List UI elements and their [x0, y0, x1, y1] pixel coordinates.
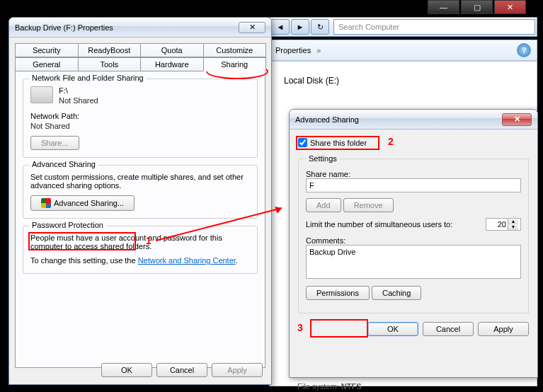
tab-general[interactable]: General	[15, 57, 79, 71]
network-sharing-center-link[interactable]: Network and Sharing Center	[138, 256, 236, 265]
shared-status: Not Shared	[30, 96, 250, 105]
advanced-sharing-button[interactable]: Advanced Sharing...	[30, 195, 135, 211]
nav-forward-button[interactable]: ►	[291, 19, 309, 35]
password-protection-group: Password Protection People must have a u…	[23, 226, 258, 274]
properties-dialog: Backup Drive (F:) Properties ✕ Security …	[8, 17, 272, 385]
refresh-icon[interactable]: ↻	[311, 19, 329, 35]
share-name-input[interactable]	[306, 178, 521, 192]
advanced-cancel-button[interactable]: Cancel	[423, 322, 474, 336]
chevron-icon: »	[316, 46, 321, 54]
drive-icon	[30, 86, 53, 103]
advanced-ok-button[interactable]: OK	[367, 322, 418, 336]
settings-fieldset: Settings Share name: Add Remove Limit th…	[298, 154, 529, 313]
tab-quota[interactable]: Quota	[140, 43, 204, 57]
tab-readyboost[interactable]: ReadyBoost	[78, 43, 142, 57]
help-icon[interactable]: ?	[517, 43, 531, 57]
limit-users-spinbox[interactable]: ▲ ▼	[486, 218, 521, 231]
permissions-button[interactable]: Permissions	[306, 286, 370, 300]
nav-back-button[interactable]: ◄	[271, 19, 290, 35]
advanced-sharing-desc: Set custom permissions, create multiple …	[30, 173, 250, 190]
spin-up-icon[interactable]: ▲	[508, 219, 518, 224]
share-this-folder-label: Share this folder	[310, 139, 367, 147]
network-sharing-group: Network File and Folder Sharing F:\ Not …	[23, 79, 258, 158]
app-close-button[interactable]: ✕	[494, 0, 526, 14]
comments-textarea[interactable]: Backup Drive	[306, 245, 521, 279]
tab-sharing[interactable]: Sharing	[203, 57, 267, 71]
properties-title: Backup Drive (F:) Properties	[15, 23, 113, 32]
password-protection-legend: Password Protection	[29, 221, 106, 229]
caching-button[interactable]: Caching	[372, 286, 421, 300]
advanced-apply-button[interactable]: Apply	[478, 322, 529, 336]
password-protection-desc: People must have a user account and pass…	[30, 234, 250, 250]
shield-icon	[41, 198, 51, 208]
advanced-sharing-close-button[interactable]: ✕	[502, 113, 532, 126]
network-sharing-legend: Network File and Folder Sharing	[29, 74, 147, 82]
network-path-label: Network Path:	[30, 112, 250, 120]
properties-ok-button[interactable]: OK	[101, 363, 152, 377]
tab-hardware[interactable]: Hardware	[140, 57, 204, 71]
properties-cancel-button[interactable]: Cancel	[156, 363, 207, 377]
drive-path: F:\	[30, 86, 250, 95]
properties-titlebar: Backup Drive (F:) Properties ✕	[9, 18, 271, 38]
search-input[interactable]: Search Computer	[333, 19, 535, 35]
advanced-sharing-titlebar: Advanced Sharing ✕	[290, 110, 537, 129]
advanced-sharing-dialog: Advanced Sharing ✕ Share this folder Set…	[289, 109, 538, 378]
share-name-label: Share name:	[306, 170, 521, 178]
advanced-sharing-title: Advanced Sharing	[295, 115, 359, 124]
file-system-info: File system: NTFS	[297, 382, 361, 391]
share-this-folder-checkbox[interactable]	[298, 138, 307, 147]
app-minimize-button[interactable]: —	[428, 0, 459, 14]
tab-tools[interactable]: Tools	[78, 57, 142, 71]
settings-legend: Settings	[306, 154, 340, 163]
network-path-value: Not Shared	[30, 122, 250, 130]
password-protection-change: To change this setting, use the Network …	[30, 256, 250, 265]
properties-label[interactable]: Properties	[275, 46, 311, 54]
advanced-sharing-legend: Advanced Sharing	[29, 160, 98, 168]
limit-users-input[interactable]	[486, 219, 508, 230]
comments-label: Comments:	[306, 236, 521, 245]
explorer-command-bar: Properties » ?	[269, 40, 537, 61]
sharing-panel: Network File and Folder Sharing F:\ Not …	[15, 71, 265, 368]
explorer-nav-bar: ◄ ► ↻ Search Computer	[269, 17, 537, 37]
properties-apply-button[interactable]: Apply	[212, 363, 263, 377]
remove-share-button[interactable]: Remove	[343, 198, 394, 212]
properties-close-button[interactable]: ✕	[239, 22, 265, 33]
tab-security[interactable]: Security	[15, 43, 79, 57]
limit-users-label: Limit the number of simultaneous users t…	[306, 220, 480, 229]
share-button[interactable]: Share...	[30, 136, 79, 150]
add-share-button[interactable]: Add	[306, 198, 341, 212]
spin-down-icon[interactable]: ▼	[508, 224, 518, 230]
app-maximize-button[interactable]: ▢	[461, 0, 493, 14]
tab-customize[interactable]: Customize	[203, 43, 267, 57]
advanced-sharing-group: Advanced Sharing Set custom permissions,…	[23, 165, 258, 219]
disk-label: Local Disk (E:)	[284, 76, 522, 86]
